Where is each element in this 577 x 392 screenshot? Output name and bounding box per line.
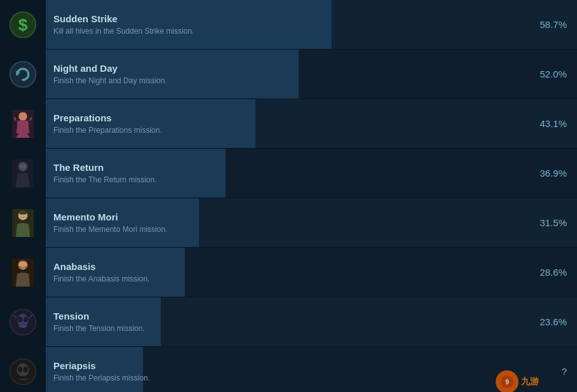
achievement-text-anabasis: AnabasisFinish the Anabasis mission. [53,261,525,283]
achievement-content-sudden-strike: Sudden StrikeKill all hives in the Sudde… [46,0,533,49]
svg-point-11 [20,165,22,168]
achievement-text-preparations: PreparationsFinish the Preparations miss… [53,112,525,135]
achievement-desc-memento-mori: Finish the Memento Mori mission. [53,225,525,234]
svg-point-6 [19,114,22,118]
achievement-desc-anabasis: Finish the Anabasis mission. [53,274,525,283]
svg-point-2 [10,61,35,86]
achievement-content-night-and-day: Night and DayFinish the Night and Day mi… [46,50,533,98]
achievement-title-periapsis: Periapsis [53,360,525,371]
achievement-title-anabasis: Anabasis [53,261,525,272]
svg-point-24 [18,316,22,322]
achievement-percent-preparations: 43.1% [533,118,577,129]
achievement-desc-night-and-day: Finish the Night and Day mission. [53,76,525,85]
svg-rect-32 [19,376,22,379]
achievement-icon-memento-mori [0,198,46,248]
achievement-content-memento-mori: Memento MoriFinish the Memento Mori miss… [46,198,533,247]
achievement-row-preparations: PreparationsFinish the Preparations miss… [0,99,577,149]
achievement-title-the-return: The Return [53,162,525,173]
achievement-title-sudden-strike: Sudden Strike [53,13,525,24]
achievement-desc-preparations: Finish the Preparations mission. [53,126,525,135]
achievement-content-tension: TensionFinish the Tension mission. [46,297,533,346]
achievement-desc-the-return: Finish the The Return mission. [53,175,525,184]
achievement-desc-sudden-strike: Kill all hives in the Sudden Strike miss… [53,27,525,36]
svg-point-30 [18,367,22,372]
achievement-content-the-return: The ReturnFinish the The Return mission. [46,149,533,198]
achievement-list: $ Sudden StrikeKill all hives in the Sud… [0,0,577,392]
achievement-percent-sudden-strike: 58.7% [533,19,577,30]
achievement-row-memento-mori: Memento MoriFinish the Memento Mori miss… [0,198,577,248]
achievement-row-anabasis: AnabasisFinish the Anabasis mission.28.6… [0,248,577,297]
achievement-row-the-return: The ReturnFinish the The Return mission.… [0,149,577,198]
achievement-row-periapsis: PeriapsisFinish the Periapsis mission.? … [0,347,577,392]
achievement-row-tension: TensionFinish the Tension mission.23.6% [0,297,577,347]
achievement-row-sudden-strike: $ Sudden StrikeKill all hives in the Sud… [0,0,577,50]
svg-point-25 [23,316,27,322]
achievement-desc-periapsis: Finish the Periapsis mission. [53,374,525,382]
achievement-icon-tension [0,297,46,347]
achievement-icon-preparations [0,99,46,149]
achievement-percent-night-and-day: 52.0% [533,69,577,79]
achievement-icon-periapsis [0,347,46,393]
achievement-title-night-and-day: Night and Day [53,63,525,74]
achievement-text-the-return: The ReturnFinish the The Return mission. [53,162,525,184]
svg-rect-33 [23,376,25,379]
achievement-text-memento-mori: Memento MoriFinish the Memento Mori miss… [53,212,525,234]
achievement-percent-periapsis: ? [533,366,577,377]
svg-point-7 [23,114,26,118]
achievement-content-anabasis: AnabasisFinish the Anabasis mission. [46,248,533,297]
achievement-icon-anabasis [0,248,46,297]
achievement-icon-the-return [0,149,46,198]
svg-point-12 [24,165,25,168]
achievement-icon-sudden-strike: $ [0,0,46,50]
achievement-icon-night-and-day [0,50,46,99]
achievement-percent-memento-mori: 31.5% [533,217,577,228]
svg-rect-15 [19,211,26,214]
achievement-content-preparations: PreparationsFinish the Preparations miss… [46,99,533,148]
achievement-percent-tension: 23.6% [533,316,577,327]
svg-point-31 [23,367,27,372]
achievement-desc-tension: Finish the Tension mission. [53,324,525,333]
achievement-title-preparations: Preparations [53,112,525,123]
achievement-percent-anabasis: 28.6% [533,267,577,278]
achievement-text-night-and-day: Night and DayFinish the Night and Day mi… [53,63,525,85]
achievement-text-sudden-strike: Sudden StrikeKill all hives in the Sudde… [53,13,525,36]
svg-text:$: $ [18,15,27,34]
achievement-text-tension: TensionFinish the Tension mission. [53,311,525,333]
achievement-row-night-and-day: Night and DayFinish the Night and Day mi… [0,50,577,99]
achievement-title-memento-mori: Memento Mori [53,212,525,222]
achievement-percent-the-return: 36.9% [533,168,577,179]
achievement-text-periapsis: PeriapsisFinish the Periapsis mission. [53,360,525,382]
achievement-content-periapsis: PeriapsisFinish the Periapsis mission. [46,347,533,392]
achievement-title-tension: Tension [53,311,525,321]
